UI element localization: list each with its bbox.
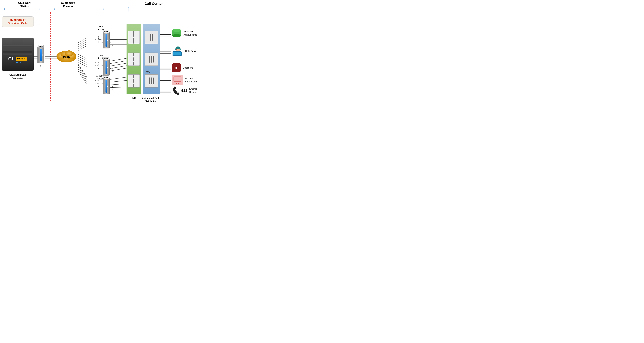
pbx-gl-strip <box>40 49 42 61</box>
svg-line-13 <box>78 38 87 43</box>
rack-line-3 <box>3 50 32 52</box>
ivr-slot-3 <box>128 74 140 87</box>
dot-2 <box>16 62 17 63</box>
svg-point-63 <box>172 29 181 32</box>
ivr-bar-3c <box>134 84 134 87</box>
pbx-pri-label: PBX <box>104 30 109 33</box>
pbx-pri-strip <box>106 34 107 47</box>
pbx-selective-label: PBX <box>104 76 109 79</box>
ivr-bar-1a <box>134 31 134 37</box>
acd-slot-3 <box>145 74 158 87</box>
account-screen-icon <box>173 76 182 84</box>
ws-header: GL's WorkStation <box>8 1 41 8</box>
svg-line-18 <box>78 54 87 59</box>
ivr-bar-1b <box>134 38 134 44</box>
acd-panel <box>143 24 160 94</box>
directions-arrow-icon: ➤ <box>174 65 178 71</box>
acd-bar-1a <box>150 34 151 41</box>
dot-1 <box>15 62 16 63</box>
acd-bar-3b <box>151 77 152 84</box>
svg-rect-73 <box>174 77 181 82</box>
gl-server-label: GL's Bulk CallGenerator <box>2 73 34 80</box>
ivr-slot-1 <box>128 31 140 44</box>
nine11-text: 911 <box>181 88 187 93</box>
acd-slot-1 <box>145 31 158 44</box>
pbx-selective-strip <box>106 80 107 93</box>
pstn-cloud: PSTN <box>54 48 78 63</box>
sustained-calls-text: Hundreds ofSustained Calls <box>8 18 28 25</box>
svg-line-16 <box>78 44 87 49</box>
svg-rect-72 <box>180 48 180 50</box>
ivr-bar-3b <box>134 79 134 83</box>
phone-icon <box>172 86 180 95</box>
acd-bar-2a <box>149 56 150 62</box>
ivr-bar-3a <box>134 74 134 78</box>
pbx-gl-play <box>42 54 43 56</box>
account-information-label: AccountInformation <box>185 77 197 83</box>
ivr-bar-2c <box>134 62 134 65</box>
pbx-sip-play <box>107 66 108 68</box>
svg-line-27 <box>78 64 87 77</box>
acd-full-label: Automated CallDistributor <box>140 97 160 103</box>
svg-line-19 <box>78 56 87 61</box>
gl-text: GL <box>8 56 15 61</box>
help-desk-row: Help Desk <box>172 46 196 56</box>
diagram: GL's WorkStation Customer'sPremise Call … <box>0 0 197 105</box>
dot-5 <box>20 62 21 63</box>
svg-rect-65 <box>173 52 181 55</box>
pbx-sip-label: PBX <box>104 57 109 60</box>
svg-line-21 <box>78 60 87 65</box>
svg-line-15 <box>78 42 87 47</box>
emergency-services-label: EmergencyServices <box>189 87 197 94</box>
pbx-sip-body: PBX <box>103 59 110 75</box>
ivr-bar-2b <box>134 57 134 61</box>
server-dots <box>15 62 21 63</box>
pbx-gl-unit: PBX <box>38 47 44 63</box>
ip-label: IP <box>37 64 45 67</box>
svg-marker-4 <box>103 8 104 10</box>
directions-label: Directions <box>183 66 193 69</box>
svg-point-77 <box>177 82 178 83</box>
acd-bar-1b <box>152 34 153 41</box>
account-information-icon <box>172 75 183 85</box>
acd-bar-3a <box>149 77 150 84</box>
pbx-pri-play <box>107 39 108 41</box>
pbx-gl-body: PBX <box>38 47 44 63</box>
account-information-row: AccountInformation <box>172 75 197 85</box>
pbx-selective-unit: PBX <box>103 78 110 94</box>
svg-marker-2 <box>38 8 40 10</box>
pbx-sip-strip <box>106 61 107 74</box>
pbx-pri-body: PBX <box>103 32 110 48</box>
acd-bar-2b <box>151 56 152 62</box>
svg-line-14 <box>78 40 87 45</box>
svg-point-62 <box>172 34 181 37</box>
gl-server-graphic: GL MAPS™ <box>2 38 34 71</box>
acd-short-label: ACD <box>146 71 150 73</box>
pbx-gl-label: PBX <box>38 45 44 48</box>
ivr-panel <box>126 24 141 94</box>
svg-marker-1 <box>3 8 5 10</box>
recorded-announcements-label: RecordedAnnouncements <box>184 30 197 36</box>
help-desk-label: Help Desk <box>185 50 196 52</box>
svg-line-17 <box>78 46 87 50</box>
pbx-selective-body: PBX <box>103 78 110 94</box>
svg-line-26 <box>78 71 87 85</box>
svg-line-20 <box>78 58 87 63</box>
svg-text:PSTN: PSTN <box>63 55 70 58</box>
acd-bar-2c <box>153 56 154 62</box>
dot-4 <box>18 62 20 63</box>
directions-row: ➤ Directions <box>172 63 193 72</box>
help-desk-icon <box>172 46 183 56</box>
sustained-calls-box: Hundreds ofSustained Calls <box>2 16 34 27</box>
emergency-services-row: 911 EmergencyServices <box>172 86 197 95</box>
svg-line-23 <box>78 65 87 79</box>
gl-server-label-text: GL's Bulk CallGenerator <box>9 73 26 80</box>
pbx-pri-unit: PBX <box>103 32 110 48</box>
acd-slot-2 <box>145 52 158 66</box>
ivr-bar-2a <box>134 53 134 56</box>
rack-line-2 <box>3 48 32 50</box>
rack-line-4 <box>3 53 32 55</box>
rack-line-1 <box>3 45 32 47</box>
ivr-slot-2 <box>128 52 140 66</box>
svg-line-25 <box>78 69 87 83</box>
